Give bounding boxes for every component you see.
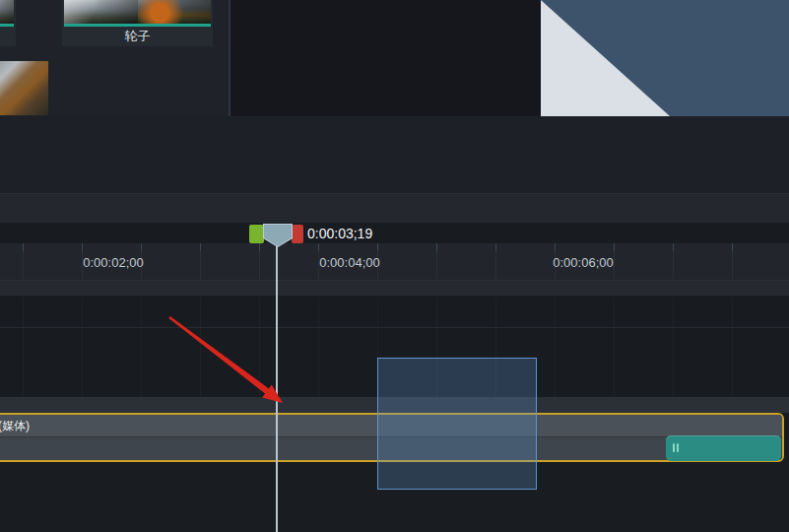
clip-handle-icon xyxy=(673,443,675,452)
playhead-out-marker[interactable] xyxy=(292,225,303,243)
media-card-mountain[interactable] xyxy=(0,61,48,115)
ruler-tick xyxy=(259,243,260,251)
track-label: (媒体) xyxy=(0,418,30,434)
playhead-in-marker[interactable] xyxy=(249,225,264,243)
thumbnail-accent-bar xyxy=(64,24,211,27)
ruler-grid-line xyxy=(23,251,24,280)
selection-marquee xyxy=(377,358,537,490)
timeline: 0:00:02;00 0:00:04;00 0:00:06;00 (媒体) xyxy=(0,223,789,532)
media-thumbnail xyxy=(0,0,14,24)
ruler-grid-line xyxy=(495,251,496,280)
ruler-tick xyxy=(23,243,24,251)
ruler-grid-line xyxy=(436,251,437,280)
playback-controls-bar xyxy=(0,116,789,193)
track-divider-line xyxy=(0,327,789,328)
ruler-tick xyxy=(555,243,556,251)
preview-canvas[interactable] xyxy=(541,0,789,116)
ruler-tick xyxy=(200,243,201,251)
media-card-partial[interactable] xyxy=(0,0,16,46)
ruler-tick xyxy=(436,243,437,251)
ruler-grid-line xyxy=(732,251,733,280)
current-time-label: 0:00:03;19 xyxy=(307,226,372,241)
ruler-tick xyxy=(495,243,496,251)
ruler-tick xyxy=(614,243,615,251)
ruler-tick xyxy=(673,243,674,251)
timeline-clip[interactable] xyxy=(666,435,781,461)
ruler-tick xyxy=(82,243,83,251)
media-panel: 轮子 xyxy=(0,0,229,116)
playhead-line[interactable] xyxy=(276,242,278,532)
ruler-label: 0:00:02;00 xyxy=(69,255,158,270)
ruler-tick xyxy=(318,243,319,251)
canvas-light-shape xyxy=(541,0,789,116)
media-card-label: 轮子 xyxy=(62,28,213,45)
ruler-tick xyxy=(141,243,142,251)
media-thumbnail xyxy=(138,0,212,24)
ruler-tick xyxy=(732,243,733,251)
ruler-grid-line xyxy=(259,251,260,280)
timeline-zoom-toolbar: − + xyxy=(0,193,789,223)
ruler-sub-band xyxy=(0,281,789,297)
thumbnail-accent-bar xyxy=(0,24,14,27)
video-editor-window: 轮子 xyxy=(0,0,789,532)
media-thumbnail xyxy=(64,0,138,24)
ruler-label: 0:00:06;00 xyxy=(539,255,627,270)
ruler-grid-line xyxy=(200,251,201,280)
ruler-tick xyxy=(377,243,378,251)
clip-handle-icon xyxy=(677,443,679,452)
media-card-wheel[interactable]: 轮子 xyxy=(62,0,213,46)
ruler-label: 0:00:04;00 xyxy=(305,255,394,270)
media-bin-empty-area xyxy=(229,0,541,116)
time-ruler[interactable]: 0:00:02;00 0:00:04;00 0:00:06;00 xyxy=(0,243,789,281)
ruler-grid-line xyxy=(673,251,674,280)
